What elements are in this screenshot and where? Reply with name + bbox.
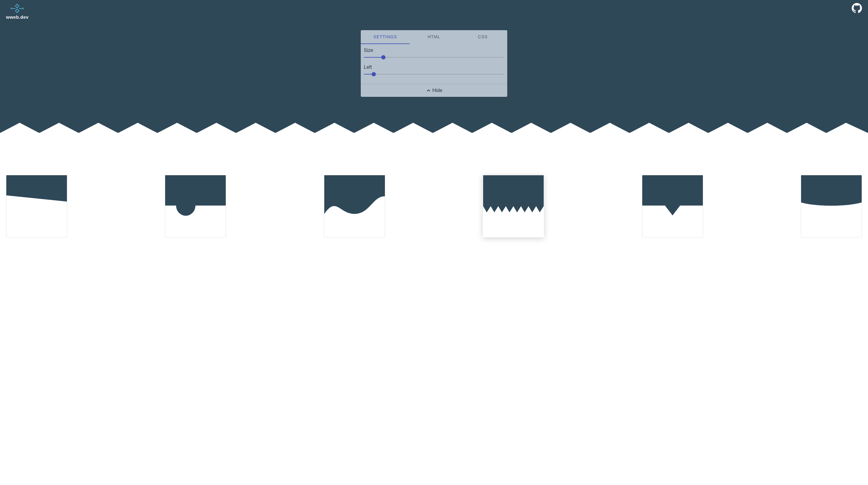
separator-thumb-zigzag[interactable] <box>483 175 544 237</box>
github-icon[interactable] <box>852 3 862 13</box>
tabs: Settings HTML CSS <box>361 30 507 44</box>
settings-panel: Settings HTML CSS Size Left <box>361 30 507 97</box>
bottom-area <box>0 133 868 244</box>
slider-size-group: Size <box>364 48 504 60</box>
separator-thumbnails <box>0 175 868 237</box>
chevron-up-icon <box>426 88 431 93</box>
hide-button[interactable]: Hide <box>361 84 507 97</box>
separator-thumb-skew[interactable] <box>6 175 67 237</box>
zigzag-divider <box>0 123 868 133</box>
tab-html[interactable]: HTML <box>410 30 458 44</box>
slider-thumb[interactable] <box>372 72 376 76</box>
slider-left[interactable] <box>364 71 504 77</box>
separator-thumb-curve[interactable] <box>801 175 862 237</box>
settings-body: Size Left <box>361 44 507 84</box>
slider-fill <box>364 57 383 58</box>
slider-size-label: Size <box>364 48 504 53</box>
header: wweb.dev <box>0 0 868 23</box>
logo-icon <box>9 3 26 14</box>
svg-marker-4 <box>6 175 67 201</box>
separator-thumb-semicircle[interactable] <box>165 175 226 237</box>
slider-thumb[interactable] <box>381 55 385 59</box>
slider-left-label: Left <box>364 64 504 70</box>
slider-rail <box>364 74 504 75</box>
site-logo[interactable]: wweb.dev <box>6 3 29 20</box>
logo-text: wweb.dev <box>6 15 29 20</box>
hero-section: wweb.dev Settings HTML CSS Size Left <box>0 0 868 133</box>
separator-thumb-triangle[interactable] <box>642 175 703 237</box>
hide-label: Hide <box>433 88 442 93</box>
tab-css[interactable]: CSS <box>458 30 507 44</box>
slider-left-group: Left <box>364 64 504 77</box>
tab-settings[interactable]: Settings <box>361 30 410 44</box>
slider-size[interactable] <box>364 54 504 60</box>
separator-thumb-wave[interactable] <box>324 175 385 237</box>
